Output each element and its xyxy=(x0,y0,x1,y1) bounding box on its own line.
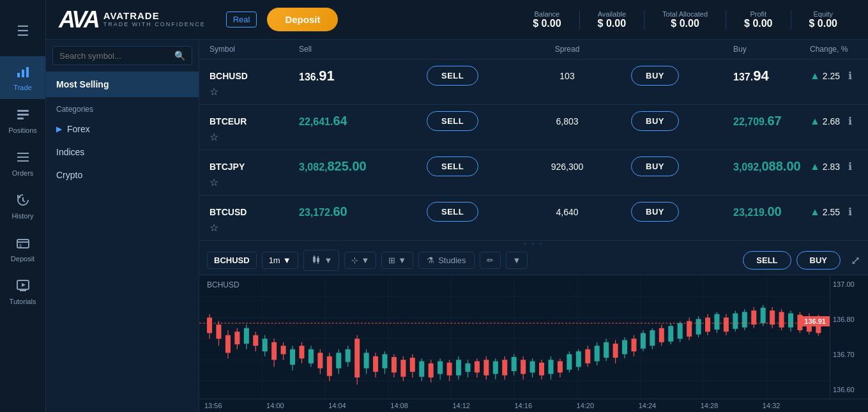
candlestick-icon xyxy=(310,254,322,267)
time-label-1356: 13:56 xyxy=(204,402,222,409)
svg-rect-78 xyxy=(400,360,406,376)
allocated-label: Total Allocated xyxy=(662,10,708,18)
svg-rect-90 xyxy=(456,360,461,375)
category-crypto[interactable]: Crypto xyxy=(46,164,199,187)
chart-type-button[interactable]: ▼ xyxy=(303,250,340,271)
btcjpy-sell-button[interactable]: SELL xyxy=(427,156,478,176)
col-sell: Sell xyxy=(299,45,427,54)
cursor-tool-button[interactable]: ⊹ ▼ xyxy=(344,252,376,269)
draw-tool-button[interactable]: ✏ xyxy=(480,252,501,269)
most-selling-item[interactable]: Most Selling xyxy=(46,72,199,97)
svg-rect-124 xyxy=(613,344,618,358)
btcusd-change-pct: 2.55 xyxy=(823,207,840,217)
svg-rect-62 xyxy=(327,356,332,376)
svg-rect-74 xyxy=(382,355,387,369)
sidebar-item-history[interactable]: History xyxy=(0,185,45,227)
current-price-tag: 136.91 xyxy=(800,316,830,326)
btcjpy-buy-button[interactable]: BUY xyxy=(631,156,679,176)
col-sell-btn-header xyxy=(427,45,503,54)
svg-rect-150 xyxy=(733,314,738,329)
svg-rect-120 xyxy=(595,346,600,361)
draw-dropdown-button[interactable]: ▼ xyxy=(506,252,528,269)
chart-timeframe-selector[interactable]: 1m ▼ xyxy=(262,252,298,269)
bchusd-buy-button[interactable]: BUY xyxy=(631,66,679,86)
svg-rect-160 xyxy=(779,312,784,327)
btceur-sell-button[interactable]: SELL xyxy=(427,111,478,131)
svg-rect-52 xyxy=(281,346,286,354)
btcjpy-up-icon: ▲ xyxy=(810,161,820,172)
svg-rect-156 xyxy=(761,308,766,323)
category-forex[interactable]: ▶ Forex xyxy=(46,118,199,141)
svg-rect-108 xyxy=(539,363,544,376)
forex-label: Forex xyxy=(67,124,90,134)
svg-rect-60 xyxy=(317,353,323,368)
btceur-star-icon[interactable]: ☆ xyxy=(209,131,299,143)
timeframe-dropdown-icon: ▼ xyxy=(283,256,291,265)
main-content: AVA AVATRADE TRADE WITH CONFIDENCE Real … xyxy=(46,0,868,412)
sidebar-item-tutorials[interactable]: Tutorials xyxy=(0,270,45,313)
layout-button[interactable]: ⊞ ▼ xyxy=(381,252,413,269)
sidebar-menu-toggle[interactable]: ☰ xyxy=(0,6,45,56)
bchusd-star-icon[interactable]: ☆ xyxy=(209,86,299,98)
table-header: Symbol Sell Spread Buy Change, % xyxy=(199,40,868,59)
logo-text: AVATRADE TRADE WITH CONFIDENCE xyxy=(103,11,206,27)
studies-button[interactable]: ⚗ Studies xyxy=(418,252,474,269)
btceur-buy-button[interactable]: BUY xyxy=(631,111,679,131)
chart-buy-button[interactable]: BUY xyxy=(796,251,841,270)
deposit-button[interactable]: Deposit xyxy=(267,8,338,31)
time-axis-spacer xyxy=(825,402,863,409)
col-change: Change, % xyxy=(810,45,848,54)
bchusd-change-pct: 2.25 xyxy=(823,71,840,81)
sidebar: ☰ Trade Positions xyxy=(0,0,46,412)
svg-rect-92 xyxy=(465,363,470,372)
bchusd-info-icon[interactable]: ℹ xyxy=(848,70,868,82)
svg-rect-58 xyxy=(308,349,314,363)
symbol-btcusd: BTCUSD xyxy=(209,207,299,217)
chart-sell-button[interactable]: SELL xyxy=(743,251,791,270)
bchusd-sell-button[interactable]: SELL xyxy=(427,66,478,86)
logo-ava: AVA xyxy=(59,6,98,33)
stat-profit: Profit $ 0.00 xyxy=(726,10,791,29)
btcjpy-star-icon[interactable]: ☆ xyxy=(209,176,299,188)
btcusd-buy-button[interactable]: BUY xyxy=(631,202,679,222)
bchusd-up-icon: ▲ xyxy=(810,70,820,82)
brand-tagline: TRADE WITH CONFIDENCE xyxy=(103,22,206,28)
stat-equity: Equity $ 0.00 xyxy=(791,10,855,29)
search-input[interactable] xyxy=(59,51,174,61)
chart-resize-handle[interactable]: • • • xyxy=(199,241,868,246)
search-box[interactable]: 🔍 xyxy=(52,46,192,65)
history-icon xyxy=(15,192,31,210)
cursor-icon: ⊹ xyxy=(351,256,358,265)
sidebar-item-orders[interactable]: Orders xyxy=(0,142,45,185)
balance-label: Balance xyxy=(534,10,560,18)
tutorials-icon xyxy=(15,278,31,295)
pencil-icon: ✏ xyxy=(487,256,494,265)
svg-rect-130 xyxy=(641,333,646,348)
positions-label: Positions xyxy=(8,126,37,134)
btcjpy-change: ▲ 2.83 xyxy=(810,161,848,172)
sidebar-item-trade[interactable]: Trade xyxy=(0,56,45,99)
svg-marker-13 xyxy=(22,283,26,287)
time-label-1412: 14:12 xyxy=(452,402,470,409)
svg-rect-76 xyxy=(392,357,397,372)
svg-rect-128 xyxy=(631,339,636,351)
time-label-1408: 14:08 xyxy=(390,402,408,409)
btcjpy-info-icon[interactable]: ℹ xyxy=(848,160,868,172)
btcusd-change: ▲ 2.55 xyxy=(810,206,848,218)
btcusd-sell-button[interactable]: SELL xyxy=(427,202,478,222)
sidebar-item-positions[interactable]: Positions xyxy=(0,99,45,142)
brand-name: AVATRADE xyxy=(103,11,206,22)
svg-rect-50 xyxy=(271,342,277,360)
svg-rect-36 xyxy=(207,317,212,333)
chart-symbol-selector[interactable]: BCHUSD xyxy=(207,252,257,269)
sidebar-item-deposit[interactable]: $ Deposit xyxy=(0,227,45,270)
btcusd-star-icon[interactable]: ☆ xyxy=(209,222,299,234)
svg-rect-148 xyxy=(724,317,729,332)
header-stats: Balance $ 0.00 Available $ 0.00 Total Al… xyxy=(363,10,855,29)
allocated-value: $ 0.00 xyxy=(671,18,699,29)
btceur-info-icon[interactable]: ℹ xyxy=(848,115,868,127)
category-indices[interactable]: Indices xyxy=(46,141,199,164)
btcusd-info-icon[interactable]: ℹ xyxy=(848,206,868,218)
btcjpy-buy-col: BUY xyxy=(631,156,733,176)
expand-chart-button[interactable]: ⤢ xyxy=(851,254,860,268)
